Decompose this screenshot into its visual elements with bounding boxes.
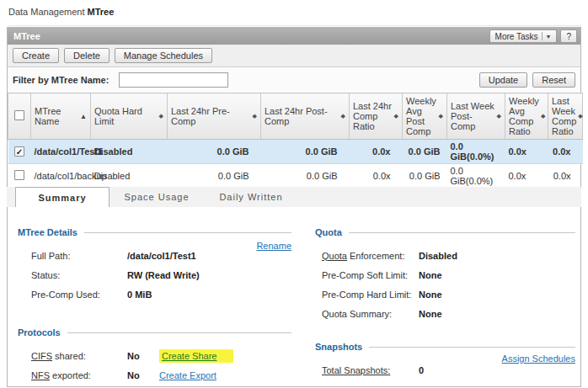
column-header-last-week-post-comp[interactable]: Last Week Post-Comp◆	[447, 93, 505, 140]
sort-icon: ◆	[497, 113, 501, 120]
cifs-shared-label: CIFS shared:	[31, 351, 127, 361]
column-header-last-week-comp-ratio[interactable]: Last Week Comp Ratio◆	[548, 93, 583, 140]
cell-comp-ratio: 0.0x	[350, 164, 403, 189]
column-header-weekly-avg-comp-ratio[interactable]: Weekly Avg Comp Ratio◆	[505, 93, 548, 140]
divider	[349, 232, 575, 233]
divider	[67, 332, 291, 333]
summary-left-column: MTree Details Rename Full Path: /data/co…	[18, 227, 291, 386]
row-checkbox[interactable]: ✓	[14, 146, 24, 157]
tab-summary[interactable]: Summary	[15, 187, 110, 207]
cell-weekly-avg-comp-ratio: 0.0x	[505, 164, 548, 189]
panel-title: MTree	[13, 31, 40, 41]
delete-button[interactable]: Delete	[64, 48, 110, 63]
column-header-last-24hr-pre-comp[interactable]: Last 24hr Pre-Comp◆	[168, 93, 261, 140]
mtree-details-section: MTree Details Rename Full Path: /data/co…	[18, 227, 291, 304]
cell-comp-ratio: 0.0x	[350, 140, 403, 164]
cell-pre-comp: 0.0 GiB	[168, 164, 261, 189]
cell-post-comp: 0.0 GiB	[261, 140, 350, 164]
cell-quota-hard-limit: Disabled	[91, 164, 168, 189]
filter-input[interactable]	[119, 72, 228, 88]
manage-schedules-button[interactable]: Manage Schedules	[115, 48, 212, 63]
summary-right-column: Quota Quota Enforcement: Disabled Pre-Co…	[308, 227, 575, 386]
dd-boost-label: DD Boost Storage Unit:	[31, 385, 127, 387]
expired-label: Expired:	[322, 385, 419, 388]
filter-label: Filter by MTree Name:	[13, 75, 109, 85]
checkmark-icon: ✓	[16, 147, 23, 157]
tab-space-usage[interactable]: Space Usage	[110, 187, 204, 207]
more-tasks-label: More Tasks	[495, 32, 538, 41]
mtree-table: MTree Name▲ Quota Hard Limit◆ Last 24hr …	[8, 93, 583, 189]
pre-comp-soft-limit-label: Pre-Comp Soft Limit:	[322, 270, 419, 280]
pre-comp-used-value: 0 MiB	[127, 290, 291, 300]
mtree-panel-header: MTree More Tasks ▼ ?	[8, 28, 580, 45]
sort-icon: ◆	[341, 113, 345, 120]
pre-comp-soft-limit-value: None	[419, 270, 575, 280]
create-share-link[interactable]: Create Share	[162, 351, 216, 361]
quota-enforcement-label: Quota Enforcement:	[322, 251, 419, 261]
column-header-weekly-avg-post-comp[interactable]: Weekly Avg Post Comp◆	[403, 93, 447, 140]
cell-weekly-avg-post-comp: 0.0 GiB	[403, 140, 447, 164]
full-path-label: Full Path:	[31, 251, 127, 261]
quota-enforcement-value: Disabled	[419, 251, 575, 261]
cell-last-week-post-comp: 0.0 GiB(0.0%)	[447, 140, 505, 164]
chevron-down-icon: ▼	[546, 34, 552, 40]
column-header-quota-hard-limit[interactable]: Quota Hard Limit◆	[91, 93, 168, 140]
sort-icon: ◆	[541, 113, 545, 120]
tab-bar: Summary Space Usage Daily Written	[7, 187, 581, 207]
nfs-exported-value: No	[127, 370, 159, 380]
row-checkbox[interactable]	[14, 170, 24, 180]
create-button[interactable]: Create	[13, 48, 59, 63]
column-header-select[interactable]	[8, 93, 31, 140]
summary-tab-panel: MTree Details Rename Full Path: /data/co…	[7, 206, 581, 387]
column-header-mtree-name[interactable]: MTree Name▲	[31, 93, 91, 140]
cell-weekly-avg-comp-ratio: 0.0x	[505, 140, 548, 164]
cell-last-week-post-comp: 0.0 GiB(0.0%)	[447, 164, 505, 189]
cell-last-week-comp-ratio: 0.0x	[548, 164, 583, 189]
divider	[84, 232, 291, 233]
table-row[interactable]: ✓ /data/col1/Test1 Disabled 0.0 GiB 0.0 …	[8, 140, 583, 164]
mtree-details-heading: MTree Details	[18, 227, 78, 237]
detail-tabs-block: Summary Space Usage Daily Written MTree …	[7, 187, 581, 388]
breadcrumb: Data ManagementMTree	[8, 7, 581, 26]
cell-pre-comp: 0.0 GiB	[168, 140, 261, 164]
column-header-last-24hr-post-comp[interactable]: Last 24hr Post-Comp◆	[261, 93, 350, 140]
column-header-last-24hr-comp-ratio[interactable]: Last 24hr Comp Ratio◆	[350, 93, 403, 140]
status-label: Status:	[31, 270, 127, 280]
total-snapshots-value: 0	[419, 365, 575, 375]
create-export-link[interactable]: Create Export	[159, 370, 216, 380]
status-value: RW (Read Write)	[127, 270, 291, 280]
sort-icon: ◆	[439, 113, 443, 120]
breadcrumb-root: Data Management	[8, 7, 85, 17]
expired-value: 0	[419, 385, 575, 388]
cifs-shared-value: No	[127, 351, 159, 361]
quota-section: Quota Quota Enforcement: Disabled Pre-Co…	[315, 227, 575, 323]
help-button[interactable]: ?	[560, 29, 577, 43]
update-button[interactable]: Update	[479, 72, 527, 88]
page-title: MTree	[88, 7, 115, 17]
pre-comp-hard-limit-label: Pre-Comp Hard Limit:	[322, 290, 419, 300]
full-path-value: /data/col1/Test1	[127, 251, 291, 261]
sort-asc-icon: ▲	[80, 113, 87, 120]
mtree-toolbar: Create Delete Manage Schedules	[8, 45, 580, 67]
filter-row: Filter by MTree Name: Update Reset	[8, 67, 580, 93]
cell-mtree-name: /data/col1/Test1	[31, 140, 91, 164]
cell-mtree-name: /data/col1/backup	[31, 164, 91, 189]
tab-daily-written[interactable]: Daily Written	[204, 187, 298, 207]
cell-post-comp: 0.0 GiB	[261, 164, 350, 189]
highlight-annotation: Create Share	[159, 349, 233, 363]
divider	[369, 347, 575, 348]
table-row[interactable]: /data/col1/backup Disabled 0.0 GiB 0.0 G…	[8, 164, 583, 189]
snapshots-heading: Snapshots	[315, 342, 362, 352]
rename-link[interactable]: Rename	[256, 241, 291, 251]
quota-summary-value: None	[419, 309, 575, 319]
sort-icon: ◆	[394, 113, 398, 120]
more-tasks-button[interactable]: More Tasks ▼	[489, 29, 558, 43]
reset-button[interactable]: Reset	[532, 72, 575, 88]
sort-icon: ◆	[159, 113, 163, 120]
assign-schedules-link[interactable]: Assign Schedules	[502, 353, 575, 364]
snapshots-section: Snapshots Assign Schedules Total Snapsho…	[315, 342, 575, 387]
select-all-checkbox[interactable]	[14, 110, 24, 120]
nfs-exported-label: NFS exported:	[31, 370, 127, 380]
sort-icon: ◆	[578, 113, 582, 120]
divider	[542, 32, 543, 40]
